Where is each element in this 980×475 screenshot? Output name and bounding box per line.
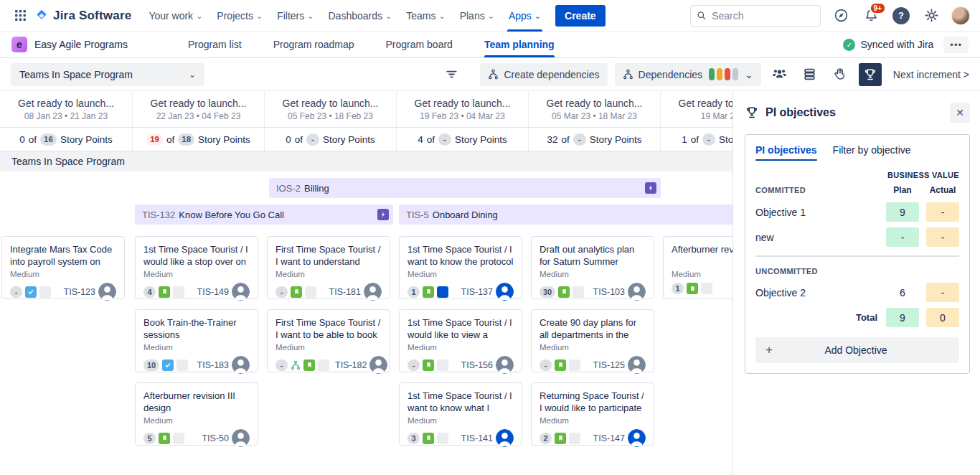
issue-card[interactable]: 1st Time Space Tourist / I want to know …	[399, 236, 522, 299]
issue-key: TIS-137	[461, 287, 493, 297]
swimlane-header[interactable]: Teams In Space Program	[0, 151, 732, 171]
sprint-column-header[interactable]: Get ready to launch... 05 Mar 23 • 18 Ma…	[528, 91, 660, 127]
discover-icon[interactable]	[831, 6, 851, 26]
card-footer: 5 TIS-50	[143, 429, 250, 447]
tab-program-list[interactable]: Program list	[188, 32, 242, 57]
assignee-avatar[interactable]	[369, 356, 387, 374]
committed-label: COMMITTED	[755, 186, 879, 194]
nav-menu-apps[interactable]: Apps⌄	[501, 0, 548, 32]
notifications-icon[interactable]: 9+	[861, 6, 881, 26]
issue-card[interactable]: Afterburner revis Medium 1	[663, 236, 733, 299]
help-icon[interactable]: ?	[891, 6, 911, 26]
plan-value-cell[interactable]: 9	[886, 202, 919, 222]
search-input[interactable]	[710, 9, 814, 22]
epic-bar-tis-132[interactable]: TIS-132 Know Before You Go Call	[135, 204, 393, 225]
issue-card[interactable]: 1st Time Space Tourist / I want to know …	[399, 382, 522, 446]
issue-card[interactable]: 1st Time Space Tourist / I would like to…	[399, 309, 522, 372]
assignee-avatar[interactable]	[232, 356, 250, 374]
dependencies-filter-button[interactable]: Dependencies ⌄	[615, 63, 761, 86]
issue-card[interactable]: First Time Space Tourist / I want to und…	[267, 236, 390, 299]
assignee-avatar[interactable]	[628, 429, 646, 447]
plan-value-cell[interactable]: -	[886, 227, 919, 247]
chevron-down-icon: ⌄	[438, 11, 445, 21]
story-points-label: Story Points	[719, 134, 733, 145]
sync-status: ✓ Synced with Jira	[843, 39, 933, 51]
points-done: 0	[19, 134, 25, 145]
actual-value-cell[interactable]: -	[926, 202, 959, 222]
tab-team-planning[interactable]: Team planning	[484, 32, 555, 57]
assignee-avatar[interactable]	[496, 429, 514, 447]
create-button[interactable]: Create	[555, 5, 606, 27]
dependency-color-pill	[709, 68, 715, 80]
collapse-rows-icon[interactable]	[798, 63, 821, 86]
close-icon[interactable]: ✕	[950, 103, 970, 123]
app-switcher-icon[interactable]	[10, 6, 30, 26]
estimate-badge: -	[540, 359, 552, 371]
assignee-avatar[interactable]	[232, 283, 250, 301]
issue-card[interactable]: Create 90 day plans for all departments …	[531, 309, 654, 372]
issue-card[interactable]: Afterburner revision III design Medium 5…	[135, 382, 258, 446]
nav-menu-dashboards[interactable]: Dashboards⌄	[321, 0, 399, 32]
card-footer: - TIS-156	[407, 356, 514, 374]
objective-row[interactable]: Objective 2 6 -	[745, 280, 969, 305]
sprint-column-header[interactable]: Get ready to launch... 22 Jan 23 • 04 Fe…	[132, 91, 264, 127]
epic-bar-ios-2[interactable]: IOS-2 Billing	[269, 178, 661, 198]
panel-tab-filter-by-objective[interactable]: Filter by objective	[833, 135, 911, 165]
program-tabs: Program listProgram roadmapProgram board…	[188, 32, 555, 57]
nav-menu-plans[interactable]: Plans⌄	[453, 0, 501, 32]
pi-objectives-trophy-icon[interactable]	[859, 63, 882, 86]
assignee-avatar[interactable]	[496, 283, 514, 301]
sprint-column-header[interactable]: Get ready to launch... 08 Jan 23 • 21 Ja…	[0, 91, 132, 127]
issue-card[interactable]: Integrate Mars Tax Code into payroll sys…	[1, 236, 125, 299]
sprint-title: Get ready to launch...	[679, 98, 733, 109]
issue-card[interactable]: Returning Space Tourist / I would like t…	[531, 382, 654, 446]
jira-logo[interactable]: Jira Software	[34, 9, 131, 23]
user-avatar[interactable]	[951, 6, 970, 25]
assignee-avatar[interactable]	[364, 283, 382, 301]
issue-card[interactable]: Draft out analytics plan for Saturn Summ…	[531, 236, 654, 299]
assignee-avatar[interactable]	[628, 283, 646, 301]
plan-value-cell[interactable]: 6	[886, 283, 919, 302]
next-increment-link[interactable]: Next increment >	[893, 69, 969, 80]
app-identity[interactable]: e Easy Agile Programs	[11, 32, 169, 57]
sprint-column-header[interactable]: Get ready to launch... 05 Feb 23 • 18 Fe…	[264, 91, 396, 127]
epic-bar-tis-5[interactable]: TIS-5 Onboard Dining	[399, 204, 733, 225]
tab-program-roadmap[interactable]: Program roadmap	[273, 32, 354, 57]
card-title: Book Train-the-Trainer sessions	[143, 316, 250, 341]
add-objective-button[interactable]: + Add Objective	[755, 337, 959, 363]
panel-tab-pi-objectives[interactable]: PI objectives	[755, 135, 817, 165]
placeholder-icon	[39, 286, 51, 298]
hand-vote-icon[interactable]	[829, 63, 852, 86]
issue-card[interactable]: 1st Time Space Tourist / I would like a …	[135, 236, 258, 299]
sprint-column-header[interactable]: Get ready to launch... 19 Mar 23 • 0	[660, 91, 733, 127]
issue-card[interactable]: Book Train-the-Trainer sessions Medium 1…	[135, 309, 258, 372]
issue-card[interactable]: First Time Space Tourist / I want to be …	[267, 309, 390, 372]
nav-menu-your-work[interactable]: Your work⌄	[141, 0, 209, 32]
objective-row[interactable]: new - -	[745, 225, 969, 250]
sprint-column-header[interactable]: Get ready to launch... 19 Feb 23 • 04 Ma…	[396, 91, 528, 127]
settings-gear-icon[interactable]	[921, 6, 941, 26]
tab-program-board[interactable]: Program board	[386, 32, 453, 57]
filter-icon[interactable]	[440, 63, 463, 86]
sprint-dates: 19 Mar 23 • 0	[701, 111, 733, 121]
nav-menu-filters[interactable]: Filters⌄	[270, 0, 321, 32]
search-box[interactable]	[690, 5, 821, 27]
story-type-icon	[159, 433, 170, 444]
more-options-button[interactable]: •••	[943, 37, 969, 53]
nav-menu-projects[interactable]: Projects⌄	[209, 0, 270, 32]
card-priority: Medium	[10, 270, 116, 278]
actual-value-cell[interactable]: -	[926, 227, 959, 247]
objective-row[interactable]: Objective 1 9 -	[745, 199, 969, 225]
assignee-avatar[interactable]	[628, 356, 646, 374]
teams-icon[interactable]	[768, 63, 791, 86]
assignee-avatar[interactable]	[496, 356, 514, 374]
chevron-down-icon: ⌄	[534, 11, 541, 21]
business-value-label: BUSINESS VALUE	[745, 165, 969, 181]
create-dependencies-button[interactable]: Create dependencies	[480, 63, 607, 86]
assignee-avatar[interactable]	[232, 429, 250, 447]
total-label: Total	[755, 312, 879, 323]
actual-value-cell[interactable]: -	[926, 283, 959, 302]
program-selector[interactable]: Teams In Space Program ⌄	[11, 63, 204, 86]
assignee-avatar[interactable]	[98, 283, 116, 301]
nav-menu-teams[interactable]: Teams⌄	[399, 0, 452, 32]
